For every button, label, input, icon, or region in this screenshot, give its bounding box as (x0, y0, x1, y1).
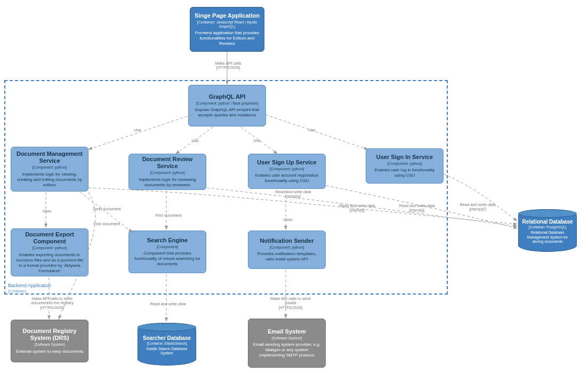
node-signin: User Sign In Service [Component: python]… (366, 148, 444, 184)
node-review: Document Review Service [Component: pyth… (128, 154, 206, 190)
label-find-doc-2: Find document (147, 213, 190, 218)
node-spa: Singe Page Application [Container: Javas… (190, 7, 264, 52)
label-send-doc: Send document (85, 207, 128, 211)
label-email-api: Make API calls to send emails[HTTPS/JSON… (267, 297, 315, 310)
label-rw-1: Read and write data[psycopg] (272, 190, 315, 199)
node-export: Document Export Component [Component: py… (11, 228, 88, 276)
label-uses-notif: Uses (277, 218, 299, 222)
label-use-4: Use (301, 128, 323, 132)
label-use-1: Use (127, 128, 148, 132)
node-drs: Document Registry System (DRS) [Software… (11, 320, 88, 362)
label-store-registry: Make API calls to store document in the … (26, 297, 79, 310)
node-dms: Document Management Service [Component: … (11, 147, 88, 192)
node-graphql-api: GraphQL API [Component: python / flask g… (188, 85, 266, 126)
backend-boundary-label: Backend Application [Container] (8, 283, 51, 293)
label-use-2: Use (184, 139, 206, 143)
node-search-engine: Search Engine [Component] Component that… (128, 231, 206, 273)
label-use-3: Use (246, 139, 268, 143)
label-find-doc-1: Find document (85, 222, 128, 226)
node-signup: User Sign Up Service [Component: python]… (248, 154, 326, 189)
label-uses-export: Uses (36, 209, 58, 213)
node-email: Email System [Software System] Email sen… (248, 319, 326, 368)
label-rw-3: Read and write data[psycopg] (396, 204, 438, 213)
node-notification: Notification Sender [Component: python] … (248, 231, 326, 269)
label-rw-4: Read and write data[psycopg2] (456, 203, 499, 212)
label-make-api-calls: Make API calls[HTTPS/JSON] (207, 61, 249, 70)
diagram-canvas: Backend Application [Container] Singe Pa… (0, 0, 588, 373)
node-relational-db: Relational Database [Container: PostgreS… (518, 209, 577, 252)
label-rw-2: Read and write data[psycopg] (336, 204, 378, 213)
label-search-rw: Read and write data (149, 302, 187, 306)
node-searcher-db: Searcher Database [Container: ElasticSea… (138, 323, 196, 366)
